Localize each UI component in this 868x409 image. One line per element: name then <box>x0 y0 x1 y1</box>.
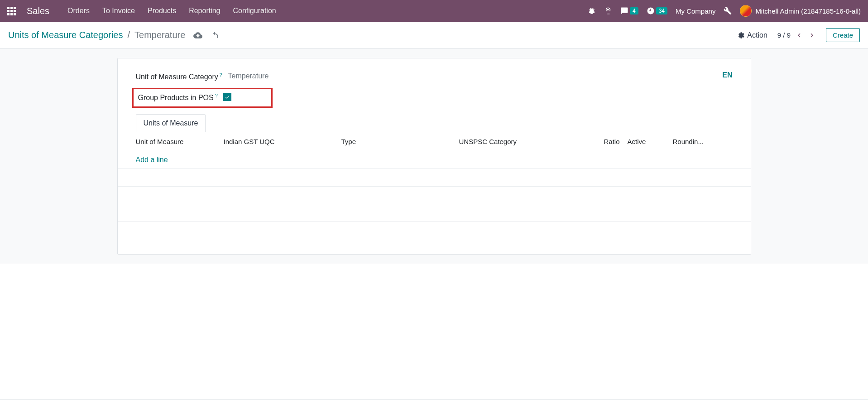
breadcrumb-current: Temperature <box>134 30 185 40</box>
table-row[interactable] <box>118 168 751 186</box>
messages-badge: 4 <box>630 7 638 14</box>
tabs: Units of Measure <box>118 114 751 132</box>
nav-products[interactable]: Products <box>148 7 176 15</box>
main-navbar: Sales Orders To Invoice Products Reporti… <box>0 0 868 22</box>
user-menu[interactable]: Mitchell Admin (21847185-16-0-all) <box>740 5 861 17</box>
col-active[interactable]: Active <box>624 132 669 151</box>
help-icon[interactable]: ? <box>218 72 222 77</box>
notebook: Units of Measure Unit of Measure Indian … <box>118 114 751 242</box>
create-button[interactable]: Create <box>826 28 860 42</box>
activities-button[interactable]: 34 <box>647 7 667 15</box>
col-rounding[interactable]: Roundin... <box>669 132 751 151</box>
table-row[interactable] <box>118 204 751 221</box>
col-gst[interactable]: Indian GST UQC <box>220 132 338 151</box>
value-group-pos <box>223 92 270 103</box>
breadcrumb: Units of Measure Categories / Temperatur… <box>8 30 185 40</box>
tools-icon[interactable] <box>724 7 732 15</box>
highlight-box: Group Products in POS ? <box>132 88 273 107</box>
language-chip[interactable]: EN <box>722 71 732 79</box>
antenna-icon[interactable] <box>604 7 612 15</box>
nav-menu: Orders To Invoice Products Reporting Con… <box>67 7 276 15</box>
nav-to-invoice[interactable]: To Invoice <box>102 7 135 15</box>
company-switcher[interactable]: My Company <box>676 7 715 15</box>
nav-reporting[interactable]: Reporting <box>189 7 220 15</box>
pager-prev[interactable] <box>795 31 803 39</box>
pager-text[interactable]: 9 / 9 <box>777 31 791 39</box>
control-panel: Units of Measure Categories / Temperatur… <box>0 22 868 49</box>
col-unspsc[interactable]: UNSPSC Category <box>456 132 600 151</box>
activities-badge: 34 <box>656 7 667 14</box>
action-label: Action <box>747 31 767 39</box>
add-line-link[interactable]: Add a line <box>136 156 168 164</box>
apps-icon[interactable] <box>7 7 16 15</box>
category-text: Temperature <box>228 71 733 80</box>
pager: 9 / 9 <box>777 31 816 39</box>
col-uom[interactable]: Unit of Measure <box>118 132 220 151</box>
form-container: EN Unit of Measure Category ? Temperatur… <box>0 49 868 264</box>
bug-icon[interactable] <box>588 7 596 15</box>
user-name: Mitchell Admin (21847185-16-0-all) <box>755 7 861 15</box>
form-inner: EN Unit of Measure Category ? Temperatur… <box>117 58 751 255</box>
discard-icon[interactable] <box>211 31 220 40</box>
row-category: Unit of Measure Category ? Temperature <box>136 71 733 82</box>
table-row[interactable]: Add a line <box>118 151 751 168</box>
breadcrumb-separator: / <box>127 30 130 40</box>
status-icons <box>193 31 220 40</box>
table-spacer <box>118 221 751 241</box>
col-ratio[interactable]: Ratio <box>600 132 624 151</box>
label-category: Unit of Measure Category ? <box>136 71 228 82</box>
uom-table: Unit of Measure Indian GST UQC Type UNSP… <box>118 132 751 242</box>
nav-orders[interactable]: Orders <box>67 7 90 15</box>
form-sheet: EN Unit of Measure Category ? Temperatur… <box>117 58 751 255</box>
pager-next[interactable] <box>808 31 816 39</box>
navbar-left: Sales Orders To Invoice Products Reporti… <box>7 6 276 16</box>
table-header-row: Unit of Measure Indian GST UQC Type UNSP… <box>118 132 751 151</box>
label-group-pos: Group Products in POS ? <box>134 92 223 103</box>
footer-divider <box>0 399 868 400</box>
cloud-save-icon[interactable] <box>193 31 202 40</box>
app-title[interactable]: Sales <box>27 6 49 16</box>
nav-configuration[interactable]: Configuration <box>233 7 276 15</box>
breadcrumb-root-link[interactable]: Units of Measure Categories <box>8 30 123 40</box>
group-pos-checkbox[interactable] <box>223 93 231 101</box>
table-row[interactable] <box>118 186 751 204</box>
col-type[interactable]: Type <box>338 132 456 151</box>
control-right: Action 9 / 9 Create <box>737 28 860 42</box>
action-button[interactable]: Action <box>737 31 767 39</box>
value-category[interactable]: Temperature <box>228 71 733 82</box>
help-icon[interactable]: ? <box>214 93 218 98</box>
messages-button[interactable]: 4 <box>620 7 638 15</box>
tab-uom[interactable]: Units of Measure <box>136 114 206 132</box>
navbar-right: 4 34 My Company Mitchell Admin (21847185… <box>588 5 861 17</box>
avatar <box>740 5 752 17</box>
